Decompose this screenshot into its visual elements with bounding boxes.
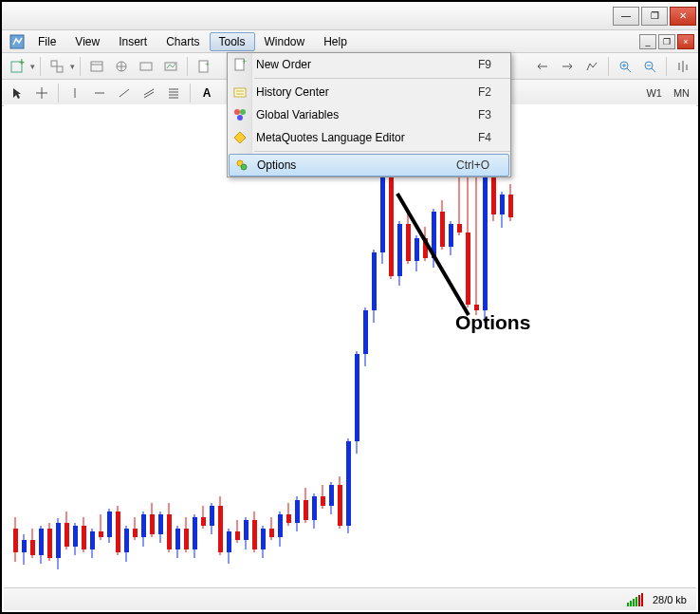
mdi-minimize-button[interactable]: _ [639,34,656,49]
candle [64,523,69,547]
menu-item-label: Options [257,158,296,172]
menu-window[interactable]: Window [255,32,315,51]
window-minimize-button[interactable]: — [613,7,639,26]
candle [355,354,359,441]
menu-item-shortcut: F4 [478,131,510,144]
globals-icon [231,106,249,123]
menu-item-metaeditor[interactable]: MetaQuotes Language Editor F4 [228,126,510,149]
candle [47,529,52,558]
candle [312,496,317,520]
profiles-button[interactable] [46,56,68,77]
candle [423,238,428,258]
terminal-button[interactable] [135,56,157,77]
candle [508,195,513,218]
candle [82,526,86,549]
cursor-button[interactable] [6,83,28,103]
market-watch-button[interactable] [85,56,108,77]
annotation-label: Options [455,311,530,334]
menu-item-shortcut: Ctrl+O [456,158,508,172]
trendline-button[interactable] [113,83,136,103]
candle [141,514,146,538]
candle [278,514,283,538]
fibonacci-button[interactable] [162,83,185,103]
mdi-close-button[interactable]: × [677,34,694,49]
zoom-out-button[interactable] [638,56,661,77]
menu-file[interactable]: File [28,32,65,51]
svg-line-15 [627,68,631,72]
navigator-button[interactable] [110,56,133,77]
menu-separator [254,78,510,79]
menu-insert[interactable]: Insert [109,32,157,51]
new-order-button[interactable]: + [193,56,215,77]
text-button[interactable]: A [195,83,218,103]
menu-item-new-order[interactable]: + New Order F9 [228,53,510,76]
mdi-restore-button[interactable]: ❐ [658,34,675,49]
status-kb: 28/0 kb [653,594,687,605]
candle [150,514,155,534]
window-close-button[interactable]: ✕ [670,7,696,26]
titlebar: — ❐ ✕ [2,2,698,30]
candle [500,195,505,214]
menu-tools[interactable]: Tools [210,32,255,51]
timeframe-mn[interactable]: MN [669,87,694,99]
menu-item-global-variables[interactable]: Global Variables F3 [228,103,510,126]
menu-view[interactable]: View [65,32,109,51]
svg-line-19 [652,68,655,72]
svg-line-28 [120,89,129,97]
app-icon [6,32,28,51]
svg-point-40 [234,109,240,115]
candle [406,224,411,262]
candle [116,512,120,552]
menu-item-shortcut: F3 [478,108,510,121]
vertical-line-button[interactable] [64,83,86,103]
candle [13,529,18,552]
horizontal-line-button[interactable] [88,83,111,103]
new-chart-button[interactable]: + [6,56,28,77]
candle [90,531,95,549]
menu-item-label: History Center [256,85,329,99]
timeframe-w1[interactable]: W1 [641,87,667,99]
options-icon [233,157,250,174]
candle [321,496,325,505]
svg-line-29 [144,89,154,95]
candle [193,517,197,549]
bar-chart-button[interactable] [672,56,694,77]
svg-point-42 [237,115,243,121]
zoom-in-button[interactable] [614,56,636,77]
candle [432,212,436,258]
candle [295,500,300,524]
candle [133,529,138,537]
equidistant-channel-button[interactable] [138,83,160,103]
strategy-tester-button[interactable] [159,56,182,77]
chart-shift-icon[interactable] [580,56,603,77]
candle [175,529,180,549]
candle [30,540,35,554]
candle [235,531,240,540]
candle [491,173,496,214]
candle [167,514,172,549]
candle [124,529,129,552]
shift-chart-button[interactable] [531,56,554,77]
menu-help[interactable]: Help [314,32,357,51]
svg-rect-11 [165,63,176,70]
candle [269,529,274,537]
candle [397,224,402,276]
candle [304,500,308,520]
candle [286,514,291,523]
crosshair-button[interactable] [30,83,53,103]
menubar: File View Insert Charts Tools Window Hel… [2,30,698,53]
menu-item-options[interactable]: Options Ctrl+O [229,154,509,177]
svg-text:+: + [205,60,210,68]
connection-indicator-icon [627,593,643,606]
autoscroll-button[interactable] [556,56,579,77]
new-order-icon: + [231,56,249,73]
candle [210,506,214,526]
window-maximize-button[interactable]: ❐ [641,7,668,26]
menu-charts[interactable]: Charts [157,32,209,51]
menu-item-history-center[interactable]: History Center F2 [228,81,510,103]
candle [158,514,163,534]
tools-dropdown: + New Order F9 History Center F2 Global … [227,52,511,177]
svg-rect-5 [91,62,102,71]
candle [244,520,249,540]
svg-text:+: + [242,57,247,66]
